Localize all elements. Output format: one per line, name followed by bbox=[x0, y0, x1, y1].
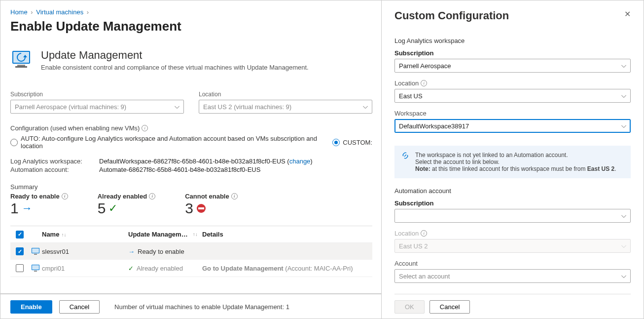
vm-details: Go to Update Management (Account: MAIC-A… bbox=[202, 265, 372, 272]
chevron-right-icon: › bbox=[31, 8, 33, 16]
svg-rect-2 bbox=[17, 65, 25, 66]
table-row[interactable]: cmpri01 ✓ Already enabled Go to Update M… bbox=[10, 260, 372, 277]
notice-region: East US 2 bbox=[587, 165, 614, 172]
svg-rect-5 bbox=[198, 207, 204, 209]
panel-bottom-bar: OK Cancel bbox=[394, 294, 631, 319]
breadcrumb-home[interactable]: Home bbox=[10, 8, 28, 16]
cancel-button[interactable]: Cancel bbox=[59, 300, 100, 314]
summary-label: Summary bbox=[10, 183, 372, 191]
header-details[interactable]: Details bbox=[202, 231, 223, 238]
automation-value: Automate-68627f8c-65b8-4601-b48e-b032a81… bbox=[99, 166, 260, 173]
checkmark-icon: ✓ bbox=[128, 265, 134, 272]
status-text: Number of virtual machines to enable Upd… bbox=[114, 303, 289, 311]
header-name[interactable]: Name bbox=[42, 231, 59, 238]
svg-rect-3 bbox=[15, 66, 27, 68]
row-checkbox[interactable] bbox=[16, 247, 24, 255]
chevron-down-icon bbox=[621, 212, 626, 220]
radio-custom-label: CUSTOM: bbox=[343, 139, 372, 146]
row-checkbox[interactable] bbox=[16, 264, 24, 272]
notice-note-label: Note: bbox=[415, 165, 430, 172]
bottom-bar: Enable Cancel Number of virtual machines… bbox=[0, 293, 382, 319]
breadcrumb-vms[interactable]: Virtual machines bbox=[36, 8, 83, 16]
workspace-value: DefaultWorkspace-68627f8c-65b8-4601-b48e… bbox=[99, 158, 286, 165]
vm-status: Already enabled bbox=[137, 265, 183, 272]
chevron-down-icon bbox=[621, 62, 626, 70]
arrow-right-icon: → bbox=[128, 248, 135, 255]
chevron-down-icon bbox=[621, 273, 626, 280]
automation-label: Automation account: bbox=[10, 166, 99, 173]
info-icon[interactable]: i bbox=[421, 80, 427, 86]
auto-location-label: Locationi bbox=[394, 230, 631, 237]
location-select[interactable]: East US 2 (virtual machines: 9) bbox=[199, 100, 372, 114]
vm-status: Ready to enable bbox=[138, 248, 184, 255]
panel-location-select[interactable]: East US bbox=[394, 89, 631, 103]
panel-workspace-label: Workspace bbox=[394, 110, 631, 117]
chevron-down-icon bbox=[363, 103, 368, 111]
close-icon[interactable]: ✕ bbox=[624, 9, 631, 19]
ok-button[interactable]: OK bbox=[394, 300, 425, 314]
enable-button[interactable]: Enable bbox=[10, 300, 52, 314]
account-select[interactable]: Select an account bbox=[394, 269, 631, 283]
chevron-down-icon bbox=[621, 242, 626, 250]
summary-already: Already enabledi 5 ✓ bbox=[98, 193, 155, 217]
notice-note-text: at this time linked account for this wor… bbox=[430, 165, 587, 172]
change-link[interactable]: change bbox=[289, 158, 311, 165]
table-row[interactable]: slessvr01 → Ready to enable bbox=[10, 243, 372, 260]
law-section-label: Log Analytics workspace bbox=[394, 37, 631, 44]
subscription-select[interactable]: Parnell Aerospace (virtual machines: 9) bbox=[10, 100, 184, 114]
select-all-checkbox[interactable] bbox=[16, 231, 24, 239]
svg-rect-10 bbox=[32, 265, 39, 270]
info-icon[interactable]: i bbox=[149, 193, 155, 199]
automation-section-label: Automation account bbox=[394, 187, 631, 195]
vm-table: Name↑↓ Update Managem…↑↓ Details slessvr… bbox=[10, 226, 372, 277]
location-value: East US 2 (virtual machines: 9) bbox=[203, 103, 291, 111]
svg-rect-7 bbox=[32, 248, 39, 253]
panel-workspace-select[interactable]: DefaultWorkspace38917 bbox=[394, 119, 631, 133]
subscription-label: Subscription bbox=[10, 91, 184, 98]
page-title: Enable Update Management bbox=[10, 19, 372, 34]
panel-workspace-value: DefaultWorkspace38917 bbox=[399, 122, 469, 130]
svg-rect-8 bbox=[34, 254, 37, 255]
info-icon[interactable]: i bbox=[142, 125, 148, 131]
link-icon bbox=[401, 152, 409, 172]
chevron-down-icon bbox=[621, 122, 626, 130]
radio-auto-label: AUTO: Auto-configure Log Analytics works… bbox=[21, 135, 322, 150]
header-update[interactable]: Update Managem… bbox=[128, 231, 188, 238]
panel-cancel-button[interactable]: Cancel bbox=[429, 300, 470, 314]
account-label: Account bbox=[394, 260, 631, 267]
svg-rect-11 bbox=[34, 271, 37, 272]
main-content: Home › Virtual machines › Enable Update … bbox=[0, 0, 382, 319]
location-label: Location bbox=[199, 91, 372, 98]
info-icon[interactable]: i bbox=[231, 193, 238, 199]
radio-custom[interactable] bbox=[332, 139, 340, 146]
subscription-value: Parnell Aerospace (virtual machines: 9) bbox=[15, 103, 126, 111]
arrow-right-icon: → bbox=[22, 202, 33, 215]
vm-icon bbox=[29, 247, 42, 255]
chevron-down-icon bbox=[175, 103, 179, 111]
update-management-icon bbox=[10, 49, 32, 71]
radio-auto[interactable] bbox=[10, 139, 18, 146]
breadcrumb: Home › Virtual machines › bbox=[10, 8, 372, 16]
checkmark-icon: ✓ bbox=[108, 202, 117, 215]
info-icon[interactable]: i bbox=[421, 230, 427, 237]
panel-subscription-label: Subscription bbox=[394, 49, 631, 57]
workspace-label: Log Analytics workspace: bbox=[10, 158, 99, 165]
info-icon[interactable]: i bbox=[62, 193, 68, 199]
summary-cannot: Cannot enablei 3 bbox=[185, 193, 238, 217]
notice-line2: Select the account to link below. bbox=[415, 159, 616, 165]
custom-configuration-panel: Custom Configuration ✕ Log Analytics wor… bbox=[381, 0, 644, 319]
chevron-right-icon: › bbox=[87, 8, 89, 16]
notice-box: The workspace is not yet linked to an Au… bbox=[394, 146, 631, 178]
sort-icon[interactable]: ↑↓ bbox=[193, 232, 198, 237]
auto-subscription-select[interactable] bbox=[394, 209, 631, 223]
account-value: Select an account bbox=[399, 273, 450, 280]
sort-icon[interactable]: ↑↓ bbox=[61, 232, 66, 238]
panel-location-label: Locationi bbox=[394, 80, 631, 87]
configuration-label: Configuration (used when enabling new VM… bbox=[10, 124, 372, 132]
hero-section: Update Management Enable consistent cont… bbox=[10, 49, 372, 71]
panel-subscription-select[interactable]: Parnell Aerospace bbox=[394, 59, 631, 73]
hero-title: Update Management bbox=[41, 49, 309, 62]
panel-location-value: East US bbox=[399, 92, 423, 100]
panel-subscription-value: Parnell Aerospace bbox=[399, 62, 451, 70]
chevron-down-icon bbox=[621, 92, 626, 100]
